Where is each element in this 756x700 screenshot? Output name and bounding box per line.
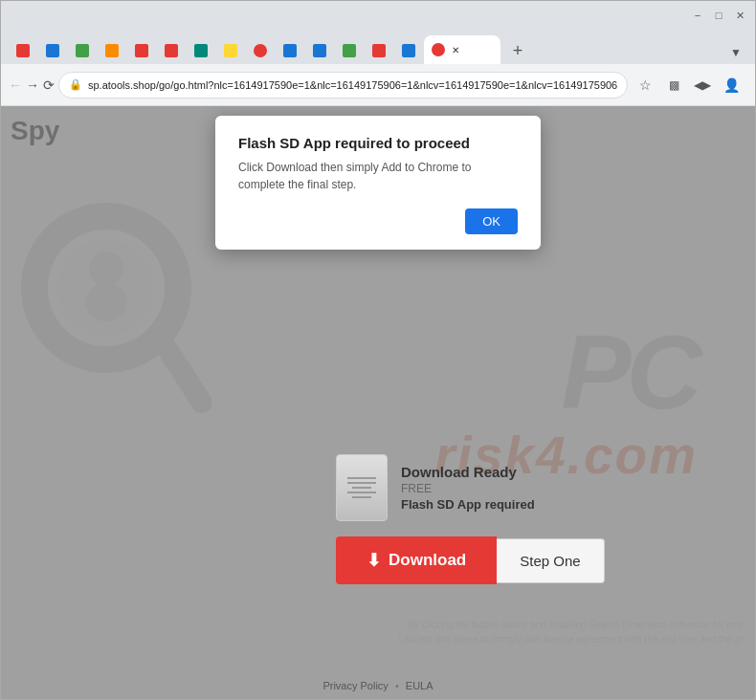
tab-active[interactable]: ✕	[424, 35, 500, 64]
tab-12[interactable]	[335, 37, 364, 64]
dialog-message: Click Download then simply Add to Chrome…	[238, 159, 518, 193]
icon-line-4	[347, 492, 376, 493]
active-tab-favicon	[432, 43, 445, 56]
dialog-overlay: Flash SD App required to proceed Click D…	[1, 106, 755, 699]
app-details: Download Ready FREE Flash SD App require…	[401, 464, 535, 512]
tab-4[interactable]	[98, 37, 126, 64]
forward-button[interactable]: →	[26, 72, 39, 98]
back-button[interactable]: ←	[9, 72, 22, 98]
disclaimer: By clicking the button above and install…	[399, 618, 745, 646]
tab-2[interactable]	[38, 37, 67, 64]
minimize-button[interactable]: −	[690, 8, 705, 23]
footer-separator: •	[395, 680, 399, 691]
ok-button[interactable]: OK	[465, 208, 518, 234]
bookmark-button[interactable]: ☆	[632, 72, 658, 98]
dialog-title: Flash SD App required to proceed	[238, 135, 518, 151]
tab-11[interactable]	[305, 37, 334, 64]
tab-8[interactable]	[216, 37, 245, 64]
dialog: Flash SD App required to proceed Click D…	[215, 116, 541, 250]
tab-3[interactable]	[68, 37, 97, 64]
tab-5[interactable]	[127, 37, 156, 64]
download-icon: ⬇	[367, 550, 381, 571]
tab-10[interactable]	[276, 37, 304, 64]
tab-6[interactable]	[157, 37, 186, 64]
close-button[interactable]: ✕	[732, 8, 747, 23]
download-info: Download Ready FREE Flash SD App require…	[336, 454, 535, 521]
address-bar[interactable]: 🔒 sp.atools.shop/go/go.html?nlc=16149175…	[58, 72, 628, 98]
page-content: PC risk4.com Spy Flash SD App required t…	[1, 106, 755, 699]
icon-line-1	[347, 477, 376, 479]
restore-button[interactable]: □	[711, 8, 726, 23]
eula-link[interactable]: EULA	[406, 680, 434, 691]
download-section: Download Ready FREE Flash SD App require…	[336, 454, 755, 584]
profile-button[interactable]: 👤	[718, 72, 745, 98]
tab-close-button[interactable]: ✕	[449, 43, 462, 56]
title-bar: − □ ✕	[1, 1, 755, 30]
privacy-policy-link[interactable]: Privacy Policy	[322, 680, 388, 691]
menu-button[interactable]: ⋮	[746, 72, 756, 98]
app-icon	[336, 454, 388, 521]
cast-button[interactable]: ▩	[660, 72, 687, 98]
download-button[interactable]: ⬇ Download	[336, 536, 497, 584]
icon-line-3	[352, 487, 371, 489]
tab-13[interactable]	[365, 37, 393, 64]
tab-1[interactable]	[9, 37, 37, 64]
app-status: Download Ready	[401, 464, 535, 480]
icon-line-2	[347, 482, 376, 484]
extensions-button[interactable]: ◀▶	[689, 72, 716, 98]
download-buttons: ⬇ Download Step One	[336, 536, 605, 584]
icon-line-5	[352, 496, 371, 498]
toolbar-actions: ☆ ▩ ◀▶ 👤 ⋮	[632, 72, 756, 98]
ssl-lock-icon: 🔒	[69, 78, 82, 91]
step-one-button[interactable]: Step One	[497, 538, 604, 583]
tabs-strip: ✕ +	[9, 35, 724, 64]
tab-bar: ✕ + ▼	[1, 30, 755, 64]
reload-button[interactable]: ⟳	[43, 72, 55, 98]
download-label: Download	[389, 551, 466, 570]
tab-7[interactable]	[187, 37, 215, 64]
tab-14[interactable]	[394, 37, 423, 64]
dialog-footer: OK	[238, 208, 518, 234]
url-text: sp.atools.shop/go/go.html?nlc=1614917590…	[88, 79, 617, 91]
disclaimer-line1: By clicking the button above and install…	[399, 618, 745, 632]
tab-overflow-button[interactable]: ▼	[724, 41, 747, 64]
tab-9[interactable]	[246, 37, 275, 64]
disclaimer-line2: I accept and agree to comply with licens…	[399, 632, 745, 646]
new-tab-button[interactable]: +	[504, 37, 531, 64]
toolbar: ← → ⟳ 🔒 sp.atools.shop/go/go.html?nlc=16…	[1, 64, 755, 106]
app-price: FREE	[401, 482, 535, 495]
app-name: Flash SD App required	[401, 497, 535, 512]
browser-window: − □ ✕ ✕ +	[0, 0, 756, 700]
page-footer: Privacy Policy • EULA	[1, 680, 755, 691]
